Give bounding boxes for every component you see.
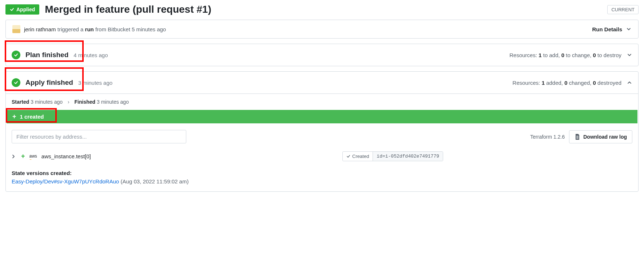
apply-timeline: Started 3 minutes ago › Finished 3 minut… — [6, 94, 638, 110]
apply-header[interactable]: Apply finished 3 minutes ago Resources: … — [6, 72, 638, 94]
checkmark-icon — [10, 7, 14, 12]
terraform-version: Terraform 1.2.6 — [530, 134, 565, 140]
state-version-link[interactable]: Easy-Deploy/Dev#sv-XguW7pUYcRdoRAuo — [12, 178, 119, 184]
run-details-card: jerin rathnam triggered a run from Bitbu… — [5, 20, 639, 39]
document-icon — [575, 134, 580, 140]
chevron-down-icon[interactable] — [627, 52, 632, 58]
download-label: Download raw log — [583, 134, 627, 140]
resource-id: id=i-052dfd402e7491779 — [373, 152, 443, 161]
created-bar[interactable]: + 1 created — [7, 110, 637, 123]
run-details-row[interactable]: jerin rathnam triggered a run from Bitbu… — [6, 20, 638, 38]
resource-status: Created — [343, 152, 373, 161]
resource-status-group: Created id=i-052dfd402e7491779 — [342, 151, 443, 161]
aws-logo-icon: aws ⌣ — [29, 154, 37, 159]
page-header: Applied Merged in feature (pull request … — [5, 4, 639, 15]
plus-icon: + — [21, 152, 25, 160]
user-name: jerin rathnam — [24, 26, 56, 32]
check-circle-icon — [12, 51, 20, 59]
apply-time-ago: 3 minutes ago — [78, 80, 112, 86]
avatar — [12, 25, 20, 33]
page-title: Merged in feature (pull request #1) — [45, 4, 602, 15]
run-details-text: jerin rathnam triggered a run from Bitbu… — [24, 26, 588, 32]
plan-title: Plan finished — [25, 51, 68, 59]
plan-card: Plan finished 4 minutes ago Resources: 1… — [5, 44, 639, 66]
plan-resources-summary: Resources: 1 to add, 0 to change, 0 to d… — [509, 52, 621, 58]
apply-details: Started 3 minutes ago › Finished 3 minut… — [6, 94, 638, 191]
download-raw-log-button[interactable]: Download raw log — [569, 130, 632, 143]
status-badge-applied: Applied — [5, 4, 39, 15]
plus-icon: + — [12, 113, 16, 120]
chevron-up-icon[interactable] — [627, 80, 632, 86]
chevron-down-icon[interactable] — [626, 26, 632, 32]
run-details-link[interactable]: Run Details — [592, 26, 622, 32]
plan-time-ago: 4 minutes ago — [73, 52, 108, 58]
apply-title: Apply finished — [25, 79, 73, 87]
plan-header[interactable]: Plan finished 4 minutes ago Resources: 1… — [6, 44, 638, 66]
status-badge-label: Applied — [16, 7, 35, 12]
state-section: State versions created: Easy-Deploy/Dev#… — [6, 166, 638, 191]
filter-row: Terraform 1.2.6 Download raw log — [6, 130, 638, 148]
resource-row[interactable]: + aws ⌣ aws_instance.test[0] Created id=… — [6, 148, 638, 166]
filter-input[interactable] — [12, 130, 186, 143]
current-badge: CURRENT — [607, 5, 639, 14]
check-circle-icon — [12, 78, 20, 87]
apply-card: Apply finished 3 minutes ago Resources: … — [5, 71, 639, 192]
created-bar-label: 1 created — [20, 114, 44, 120]
state-timestamp: (Aug 03, 2022 11:59:02 am) — [121, 178, 189, 184]
resource-name: aws_instance.test[0] — [41, 153, 91, 159]
apply-resources-summary: Resources: 1 added, 0 changed, 0 destroy… — [513, 80, 621, 86]
chevron-right-icon[interactable] — [12, 154, 17, 159]
state-heading: State versions created: — [12, 170, 632, 176]
